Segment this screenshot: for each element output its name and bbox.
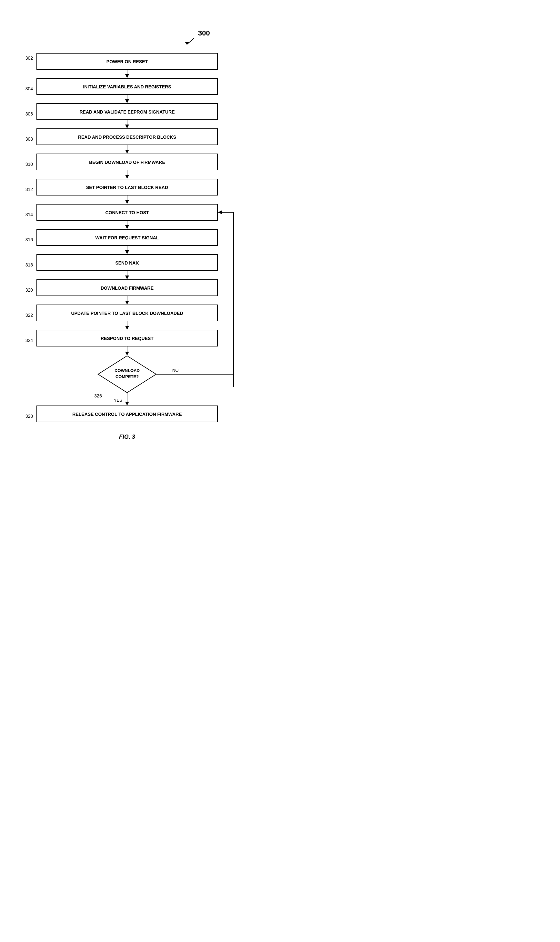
svg-marker-30 <box>125 402 129 405</box>
svg-marker-11 <box>125 175 129 179</box>
text-314: CONNECT TO HOST <box>105 210 149 215</box>
label-318: 318 <box>26 262 33 268</box>
svg-line-0 <box>187 38 194 45</box>
flowchart-svg: 300 302 POWER ON RESET 304 INITIALIZE VA… <box>8 26 272 477</box>
svg-marker-15 <box>125 225 129 229</box>
label-326: 326 <box>94 393 102 399</box>
text-320: DOWNLOAD FIRMWARE <box>101 285 154 291</box>
label-322: 322 <box>26 312 33 318</box>
svg-marker-18 <box>218 210 222 214</box>
text-324: RESPOND TO REQUEST <box>101 336 154 341</box>
label-308: 308 <box>26 137 33 142</box>
svg-marker-28 <box>125 352 129 356</box>
yes-label: YES <box>114 398 122 403</box>
label-320: 320 <box>26 288 33 292</box>
svg-marker-13 <box>125 200 129 204</box>
text-322: UPDATE POINTER TO LAST BLOCK DOWNLOADED <box>71 311 183 316</box>
text-308: READ AND PROCESS DESCRIPTOR BLOCKS <box>78 134 176 140</box>
label-314: 314 <box>26 212 33 217</box>
svg-marker-24 <box>125 301 129 305</box>
svg-marker-7 <box>125 125 129 128</box>
label-316: 316 <box>26 237 33 242</box>
svg-marker-26 <box>125 326 129 330</box>
label-328: 328 <box>26 414 33 419</box>
svg-marker-5 <box>125 99 129 103</box>
no-label: NO <box>172 368 179 372</box>
text-326a: DOWNLOAD <box>114 368 140 373</box>
label-310: 310 <box>26 162 33 167</box>
fig-caption: FIG. 3 <box>119 434 135 440</box>
label-312: 312 <box>26 187 33 192</box>
svg-marker-20 <box>125 250 129 254</box>
text-318: SEND NAK <box>115 260 139 265</box>
label-324: 324 <box>26 338 33 343</box>
diagram-container: 300 302 POWER ON RESET 304 INITIALIZE VA… <box>8 6 272 477</box>
text-304: INITIALIZE VARIABLES AND REGISTERS <box>83 84 171 89</box>
label-306: 306 <box>26 111 33 117</box>
label-302: 302 <box>26 55 33 61</box>
diagram-title: 300 <box>198 29 210 37</box>
svg-marker-9 <box>125 150 129 154</box>
text-326b: COMPETE? <box>115 374 139 379</box>
svg-marker-22 <box>125 276 129 279</box>
label-304: 304 <box>26 86 33 91</box>
text-306: READ AND VALIDATE EEPROM SIGNATURE <box>79 109 174 114</box>
text-328: RELEASE CONTROL TO APPLICATION FIRMWARE <box>72 412 182 417</box>
text-316: WAIT FOR REQUEST SIGNAL <box>95 235 159 240</box>
text-312: SET POINTER TO LAST BLOCK READ <box>86 185 168 190</box>
text-310: BEGIN DOWNLOAD OF FIRMWARE <box>89 160 165 165</box>
text-302: POWER ON RESET <box>106 59 148 64</box>
svg-marker-3 <box>125 74 129 78</box>
